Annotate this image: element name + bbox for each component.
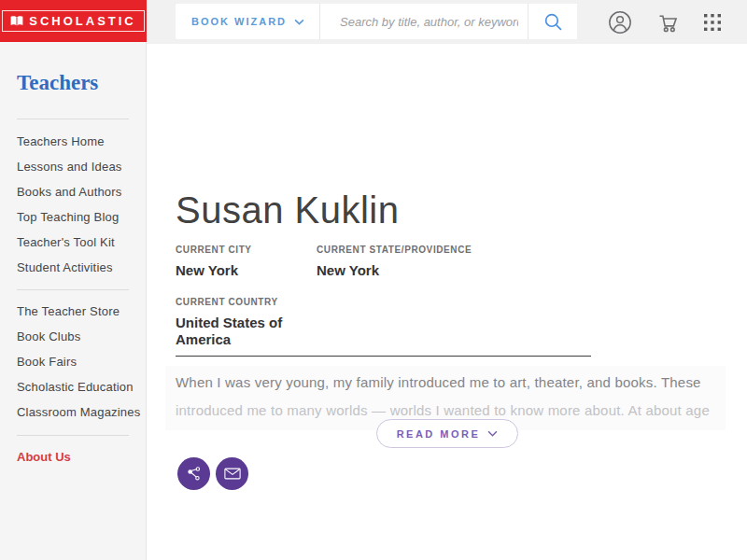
author-profile-main: Susan Kuklin CURRENT CITY New York CURRE… [147,44,747,560]
current-state-value: New York [317,262,472,279]
sidebar-item-scholastic-education[interactable]: Scholastic Education [0,374,147,399]
author-name-heading: Susan Kuklin [176,189,399,231]
book-wizard-dropdown[interactable]: BOOK WIZARD [176,4,320,39]
email-icon [224,468,241,480]
current-country-field: CURRENT COUNTRY United States of America [176,297,292,348]
apps-menu-button[interactable] [698,8,726,36]
sidebar-item-top-teaching-blog[interactable]: Top Teaching Blog [0,204,147,230]
search-submit-button[interactable] [528,4,577,39]
share-button[interactable] [177,457,210,490]
sidebar-item-about-us[interactable]: About Us [17,444,71,469]
sidebar: Teachers Teachers Home Lessons and Ideas… [0,42,147,560]
share-icon [186,466,203,483]
grid-menu-icon [703,13,722,32]
sidebar-item-the-teacher-store[interactable]: The Teacher Store [0,299,147,324]
bio-divider-rule [176,356,591,357]
email-button[interactable] [216,457,248,490]
current-country-label: CURRENT COUNTRY [176,297,292,307]
sidebar-nav-group-2: The Teacher Store Book Clubs Book Fairs … [0,299,147,425]
top-header: SCHOLASTIC BOOK WIZARD [0,0,747,44]
sidebar-divider [17,289,129,290]
sidebar-item-books-and-authors[interactable]: Books and Authors [0,179,147,204]
search-input[interactable] [320,4,528,39]
current-city-field: CURRENT CITY New York [176,245,252,279]
logo-text: SCHOLASTIC [29,15,136,27]
book-wizard-label: BOOK WIZARD [191,16,287,27]
chevron-down-icon [487,430,498,437]
page: SCHOLASTIC BOOK WIZARD [0,0,747,560]
bio-line-1: When I was very young, my family introdu… [176,369,716,397]
cart-button[interactable] [654,8,682,36]
sidebar-item-teachers-home[interactable]: Teachers Home [0,129,147,154]
current-country-value: United States of America [176,315,292,348]
current-state-field: CURRENT STATE/PROVIDENCE New York [317,245,472,279]
scholastic-logo[interactable]: SCHOLASTIC [0,0,147,42]
account-icon [608,10,632,35]
search-bar: BOOK WIZARD [176,4,577,39]
read-more-label: READ MORE [397,428,481,440]
share-button-row [177,457,248,490]
sidebar-item-book-clubs[interactable]: Book Clubs [0,324,147,349]
read-more-button[interactable]: READ MORE [376,419,518,448]
sidebar-item-classroom-magazines[interactable]: Classroom Magazines [0,399,147,425]
sidebar-item-book-fairs[interactable]: Book Fairs [0,349,147,374]
sidebar-divider [17,119,129,119]
sidebar-divider [17,435,129,436]
logo-frame: SCHOLASTIC [2,10,145,32]
open-book-icon [9,15,24,27]
sidebar-item-student-activities[interactable]: Student Activities [0,255,147,280]
sidebar-item-lessons-and-ideas[interactable]: Lessons and Ideas [0,154,147,179]
current-city-value: New York [176,262,252,279]
chevron-down-icon [294,19,304,25]
sidebar-item-teachers-tool-kit[interactable]: Teacher's Tool Kit [0,230,147,255]
current-state-label: CURRENT STATE/PROVIDENCE [317,245,472,255]
sidebar-title-teachers[interactable]: Teachers [17,71,98,95]
cart-icon [655,10,681,35]
current-city-label: CURRENT CITY [176,245,252,255]
search-icon [543,12,563,32]
sidebar-nav-group-1: Teachers Home Lessons and Ideas Books an… [0,129,147,280]
account-button[interactable] [606,8,634,36]
